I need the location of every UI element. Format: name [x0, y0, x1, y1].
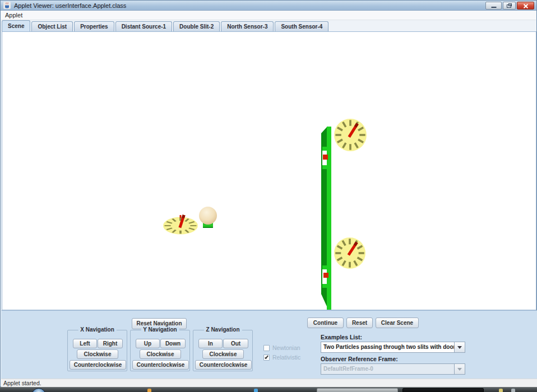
restore-icon[interactable]: [503, 2, 516, 10]
tab-double-slit-2[interactable]: Double Slit-2: [173, 21, 220, 31]
tab-south-sensor-4[interactable]: South Sensor-4: [275, 21, 328, 31]
z-in-button[interactable]: In: [198, 339, 223, 348]
x-navigation-title: X Navigation: [78, 326, 117, 333]
taskbar-app-icon[interactable]: [147, 389, 151, 392]
z-out-button[interactable]: Out: [223, 339, 248, 348]
chevron-down-icon: [457, 368, 462, 371]
java-coffee-icon: [3, 2, 11, 9]
examples-list-value: Two Particles passing through two slits …: [321, 342, 454, 352]
observer-frame-dropdown-button: [454, 364, 465, 374]
newtonian-checkbox: [263, 345, 270, 351]
south-sensor-clock: [334, 237, 365, 269]
windows-taskbar[interactable]: [0, 387, 537, 392]
y-up-button[interactable]: Up: [136, 339, 160, 348]
close-icon[interactable]: [517, 2, 534, 10]
observer-frame-combobox: DefaultRefFrame-0: [321, 363, 465, 375]
tab-distant-source-1[interactable]: Distant Source-1: [115, 21, 172, 31]
clear-scene-button[interactable]: Clear Scene: [376, 318, 419, 328]
examples-list-combobox[interactable]: Two Particles passing through two slits …: [321, 342, 465, 353]
north-sensor-clock: [334, 119, 367, 151]
chevron-down-icon: [457, 346, 462, 349]
x-right-button[interactable]: Right: [98, 339, 123, 348]
newtonian-checkbox-row: Newtonian: [263, 344, 300, 351]
particle-sphere: [199, 207, 217, 228]
y-down-button[interactable]: Down: [160, 339, 186, 348]
tab-scene[interactable]: Scene: [2, 20, 30, 31]
z-navigation-group: Z Navigation In Out Clockwise Counterclo…: [193, 330, 253, 371]
applet-viewer-window: Applet Viewer: userInterface.Applet.clas…: [0, 0, 537, 387]
relativistic-checkbox: [263, 354, 270, 361]
menu-applet[interactable]: Applet: [1, 12, 26, 18]
y-navigation-group: Y Navigation Up Down Clockwise Countercl…: [130, 330, 190, 371]
tab-object-list[interactable]: Object List: [31, 21, 73, 31]
title-bar[interactable]: Applet Viewer: userInterface.Applet.clas…: [1, 1, 536, 11]
taskbar-window-button[interactable]: [317, 388, 398, 392]
slit-door-top: [323, 155, 328, 160]
start-orb-icon[interactable]: [31, 388, 46, 392]
examples-dropdown-button[interactable]: [454, 342, 465, 352]
relativistic-label: Relativistic: [272, 354, 300, 361]
tab-north-sensor-3[interactable]: North Sensor-3: [221, 21, 274, 31]
reset-button[interactable]: Reset: [346, 318, 373, 328]
taskbar-window-button-active[interactable]: [402, 388, 484, 392]
double-slit-barrier: [321, 127, 331, 310]
status-text: Applet started.: [3, 380, 41, 386]
taskbar-app-icon[interactable]: [254, 389, 258, 392]
tab-bar: Scene Object List Properties Distant Sou…: [2, 20, 535, 31]
z-counterclockwise-button[interactable]: Counterclockwise: [195, 360, 252, 370]
newtonian-label: Newtonian: [272, 344, 300, 351]
particle-clock: [163, 215, 198, 235]
slit-door-bottom: [323, 273, 328, 278]
status-bar: Applet started.: [1, 379, 537, 387]
x-clockwise-button[interactable]: Clockwise: [77, 349, 118, 359]
tab-properties[interactable]: Properties: [74, 21, 114, 31]
x-navigation-group: X Navigation Left Right Clockwise Counte…: [67, 330, 127, 371]
y-clockwise-button[interactable]: Clockwise: [140, 349, 181, 359]
tray-icon[interactable]: [499, 389, 503, 392]
continue-button[interactable]: Continue: [307, 318, 344, 328]
examples-list-label: Examples List:: [321, 334, 362, 340]
observer-frame-label: Observer Reference Frame:: [321, 356, 398, 362]
x-left-button[interactable]: Left: [73, 339, 97, 348]
relativistic-checkbox-row: Relativistic: [263, 354, 300, 361]
y-navigation-title: Y Navigation: [141, 326, 179, 333]
scene-viewport[interactable]: [2, 31, 536, 310]
window-title: Applet Viewer: userInterface.Applet.clas…: [14, 2, 126, 9]
z-navigation-title: Z Navigation: [203, 326, 242, 333]
z-clockwise-button[interactable]: Clockwise: [202, 349, 244, 359]
observer-frame-value: DefaultRefFrame-0: [321, 364, 454, 374]
minimize-icon[interactable]: [485, 2, 502, 10]
x-counterclockwise-button[interactable]: Counterclockwise: [70, 360, 126, 370]
check-icon: [265, 354, 268, 358]
menu-bar: Applet: [1, 11, 536, 20]
y-counterclockwise-button[interactable]: Counterclockwise: [132, 360, 189, 370]
tray-icon[interactable]: [511, 389, 515, 392]
control-panel: Reset Navigation X Navigation Left Right…: [1, 310, 537, 379]
